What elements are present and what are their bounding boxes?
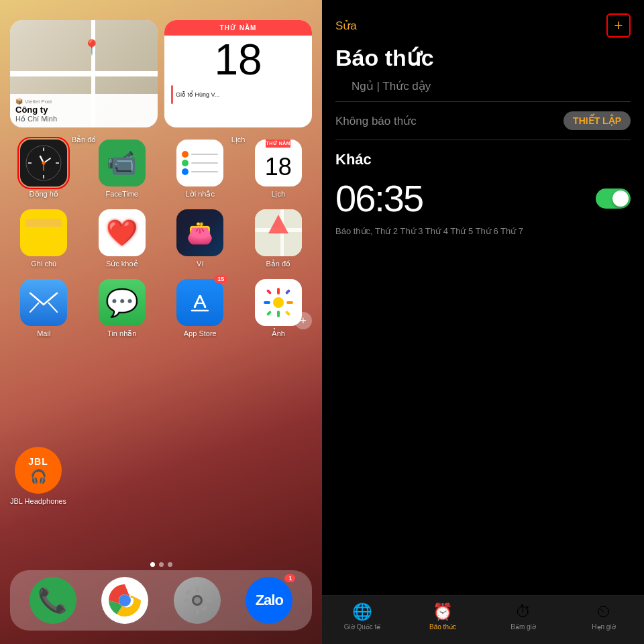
- alarm-app: Sửa + Báo thức 🛏 Ngủ | Thức dậy Không bá…: [322, 0, 644, 644]
- app-app-store[interactable]: A 15 App Store: [166, 279, 234, 338]
- map-company: Công ty: [15, 105, 152, 115]
- tab-hen-gio[interactable]: ⏲ Hẹn giờ: [564, 602, 644, 631]
- svg-rect-23: [264, 301, 270, 304]
- app-loi-nhac[interactable]: Lời nhắc: [166, 140, 234, 199]
- map-city: Hồ Chí Minh: [15, 115, 152, 123]
- svg-rect-41: [202, 606, 207, 611]
- svg-rect-25: [266, 289, 272, 294]
- app-tin-nhan[interactable]: 💬 Tin nhắn: [89, 279, 156, 338]
- svg-rect-35: [196, 608, 199, 614]
- notes-icon: [20, 209, 67, 256]
- dock-phone[interactable]: 📞: [30, 577, 76, 624]
- svg-rect-37: [205, 599, 211, 602]
- app-suc-khoe[interactable]: ❤️ Sức khoẻ: [89, 209, 156, 268]
- tab-bam-gio[interactable]: ⏱ Bấm giờ: [483, 602, 564, 631]
- svg-line-14: [30, 303, 39, 313]
- calendar-day-name: THỨ NĂM: [164, 20, 312, 36]
- svg-rect-34: [196, 587, 199, 592]
- edit-button[interactable]: Sửa: [335, 19, 357, 33]
- app-dong-ho[interactable]: Đồng hồ: [10, 140, 78, 199]
- appstore-badge: 15: [214, 275, 227, 283]
- app-jbl-container[interactable]: JBL 🎧 JBL Headphones: [10, 447, 66, 505]
- mail-icon: [20, 279, 67, 326]
- sleep-subtitle: 🛏 Ngủ | Thức dậy: [322, 78, 644, 101]
- svg-point-33: [194, 597, 201, 604]
- page-dot-2: [159, 562, 164, 567]
- maps-widget[interactable]: 📍 📦 Viettel Post Công ty Hồ Chí Minh: [10, 20, 158, 127]
- alarm-days: Báo thức, Thứ 2 Thứ 3 Thứ 4 Thứ 5 Thứ 6 …: [322, 223, 644, 248]
- map-sub-label: 📦 Viettel Post: [15, 98, 152, 105]
- setup-button[interactable]: THIẾT LẬP: [564, 111, 631, 130]
- dock-chrome[interactable]: [101, 577, 148, 624]
- app-ghi-chu-label: Ghi chú: [31, 260, 56, 268]
- tab-bar: 🌐 Giờ Quốc tế ⏰ Báo thức ⏱ Bấm giờ ⏲ Hẹn…: [322, 595, 644, 644]
- tab-gio-quoc-te[interactable]: 🌐 Giờ Quốc tế: [322, 602, 402, 631]
- alarm-header: Sửa +: [322, 0, 644, 44]
- health-icon: ❤️: [99, 209, 146, 256]
- no-alarm-label: Không báo thức: [335, 114, 417, 128]
- app-lich[interactable]: THỨ NĂM 18 Lịch: [245, 140, 313, 199]
- dock-zalo[interactable]: Zalo 1: [246, 577, 292, 624]
- app-suc-khoe-label: Sức khoẻ: [106, 260, 138, 268]
- tab-gio-quoc-te-label: Giờ Quốc tế: [344, 623, 381, 631]
- alarm-toggle[interactable]: [596, 189, 631, 209]
- app-mail[interactable]: Mail: [10, 279, 78, 338]
- calendar-widget[interactable]: THỨ NĂM 18 Giỗ tổ Hùng V...: [164, 20, 312, 127]
- apps-grid: Đồng hồ 📹 FaceTime: [10, 140, 312, 338]
- dock-settings[interactable]: [174, 577, 221, 624]
- svg-rect-21: [277, 288, 280, 294]
- appstore-icon: A 15: [176, 279, 223, 326]
- app-ghi-chu[interactable]: Ghi chú: [10, 209, 78, 268]
- zalo-icon: Zalo 1: [246, 577, 292, 624]
- svg-line-15: [48, 303, 58, 313]
- clock-icon: [20, 140, 67, 186]
- jbl-icon: JBL 🎧: [15, 447, 62, 494]
- calendar-small-icon: THỨ NĂM 18: [255, 140, 302, 186]
- tab-bao-thuc[interactable]: ⏰ Báo thức: [402, 602, 483, 631]
- add-alarm-button[interactable]: +: [606, 13, 631, 38]
- reminders-icon: [176, 140, 223, 186]
- stopwatch-icon: ⏱: [515, 602, 531, 621]
- cal-small-day: THỨ NĂM: [266, 140, 290, 148]
- messages-icon: 💬: [99, 279, 146, 326]
- cal-small-date: 18: [265, 148, 292, 186]
- svg-rect-26: [285, 289, 290, 294]
- svg-point-8: [42, 162, 46, 165]
- app-ban-do[interactable]: Bản đồ: [245, 209, 313, 268]
- svg-text:A: A: [194, 291, 207, 312]
- app-lich-label: Lịch: [271, 190, 285, 199]
- app-facetime[interactable]: 📹 FaceTime: [89, 140, 156, 199]
- add-to-homescreen-button[interactable]: +: [294, 312, 312, 329]
- tab-bam-gio-label: Bấm giờ: [511, 623, 536, 631]
- page-indicator: [0, 562, 322, 567]
- alarm-time-display: 06:35: [335, 176, 423, 220]
- app-anh-label: Ảnh: [272, 329, 285, 338]
- other-section-title: Khác: [322, 140, 644, 174]
- calendar-date: 18: [164, 38, 312, 81]
- no-alarm-row: Không báo thức THIẾT LẬP: [322, 102, 644, 140]
- phone-icon: 📞: [30, 577, 76, 624]
- app-ban-do-label: Bản đồ: [266, 260, 290, 268]
- timer-icon: ⏲: [596, 602, 612, 621]
- app-mail-label: Mail: [37, 329, 50, 337]
- app-dong-ho-label: Đồng hồ: [30, 190, 58, 199]
- app-app-store-label: App Store: [184, 329, 217, 337]
- alarm-spacer: [322, 248, 644, 595]
- app-vi[interactable]: 👛 Ví: [166, 209, 234, 268]
- chrome-icon: [101, 577, 148, 624]
- svg-point-31: [120, 596, 129, 605]
- svg-rect-40: [185, 606, 191, 611]
- app-jbl-label: JBL Headphones: [10, 497, 66, 505]
- toggle-thumb: [612, 191, 629, 207]
- dock: 📞: [10, 570, 312, 631]
- zalo-badge: 1: [284, 574, 295, 582]
- maps-small-icon: [255, 209, 302, 256]
- svg-rect-38: [185, 590, 191, 595]
- svg-point-20: [273, 297, 284, 308]
- map-pin: 📍: [83, 39, 101, 56]
- sleep-subtitle-text: Ngủ | Thức dậy: [352, 79, 431, 93]
- bed-icon: 🛏: [335, 79, 347, 93]
- alarm-icon: ⏰: [433, 602, 453, 621]
- tab-bao-thuc-label: Báo thức: [429, 623, 456, 631]
- iphone-home-screen: 📍 📦 Viettel Post Công ty Hồ Chí Minh THỨ…: [0, 0, 322, 644]
